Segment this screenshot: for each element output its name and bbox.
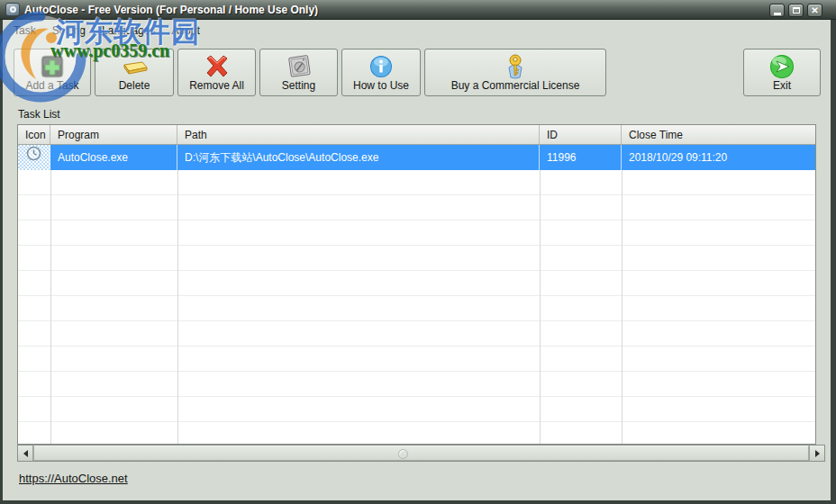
minimize-icon bbox=[774, 13, 781, 15]
menu-item-task[interactable]: Task bbox=[5, 22, 44, 40]
arrow-left-icon bbox=[20, 450, 28, 457]
exit-button[interactable]: Exit bbox=[743, 49, 821, 96]
menu-item-languages[interactable]: Languages bbox=[94, 22, 163, 40]
column-header-id[interactable]: ID bbox=[540, 125, 622, 144]
add-a-task-button[interactable]: Add a Task bbox=[14, 49, 91, 96]
remove-all-button[interactable]: Remove All bbox=[177, 49, 256, 96]
menu-item-about[interactable]: About bbox=[163, 22, 207, 40]
table-header: Icon Program Path ID Close Time bbox=[18, 125, 815, 145]
setting-button[interactable]: Setting bbox=[259, 49, 338, 96]
scrollbar-thumb[interactable] bbox=[33, 446, 809, 461]
task-close-time: 2018/10/29 09:11:20 bbox=[622, 145, 815, 170]
buy-commercial-license-button[interactable]: Buy a Commercial License bbox=[424, 49, 606, 96]
app-window: AutoClose - Free Version (For Personal /… bbox=[0, 0, 836, 504]
how-to-use-button[interactable]: How to Use bbox=[341, 49, 421, 96]
column-gridline bbox=[50, 145, 51, 445]
task-icon-cell bbox=[18, 145, 50, 170]
table-body[interactable]: AutoClose.exe D:\河东下载站\AutoClose\AutoClo… bbox=[18, 145, 815, 445]
task-list-label: Task List bbox=[18, 108, 60, 121]
add-task-icon bbox=[39, 53, 66, 80]
close-button[interactable]: ✕ bbox=[807, 4, 822, 17]
client-area: Task Setting Languages About Add a Task bbox=[3, 20, 831, 500]
app-icon-lens bbox=[10, 6, 16, 13]
column-header-close-time[interactable]: Close Time bbox=[622, 125, 815, 144]
button-label: Remove All bbox=[189, 80, 244, 92]
button-label: Setting bbox=[282, 80, 315, 92]
buy-license-icon bbox=[502, 53, 529, 80]
minimize-button[interactable] bbox=[769, 4, 785, 17]
maximize-button[interactable] bbox=[788, 4, 804, 17]
close-icon: ✕ bbox=[811, 6, 818, 15]
scroll-right-button[interactable] bbox=[809, 446, 824, 461]
column-gridline bbox=[622, 145, 622, 445]
menu-item-setting[interactable]: Setting bbox=[44, 22, 94, 40]
task-path: D:\河东下载站\AutoClose\AutoClose.exe bbox=[177, 145, 540, 170]
table-row[interactable]: AutoClose.exe D:\河东下载站\AutoClose\AutoClo… bbox=[18, 145, 815, 170]
clock-icon bbox=[26, 145, 41, 170]
window-controls: ✕ bbox=[769, 4, 822, 17]
button-label: How to Use bbox=[353, 80, 409, 92]
titlebar: AutoClose - Free Version (For Personal /… bbox=[0, 0, 836, 20]
toolbar: Add a Task Delete bbox=[14, 49, 821, 96]
scroll-left-button[interactable] bbox=[18, 446, 33, 461]
remove-all-icon bbox=[204, 53, 231, 80]
column-gridline bbox=[540, 145, 541, 445]
arrow-right-icon bbox=[815, 450, 823, 457]
column-header-program[interactable]: Program bbox=[50, 125, 177, 144]
button-label: Delete bbox=[119, 80, 150, 92]
button-label: Add a Task bbox=[25, 80, 78, 92]
maximize-icon bbox=[793, 7, 800, 14]
button-label: Buy a Commercial License bbox=[451, 80, 580, 92]
exit-icon bbox=[768, 53, 795, 80]
app-icon bbox=[5, 3, 20, 16]
delete-icon bbox=[118, 53, 150, 80]
setting-icon bbox=[286, 53, 313, 80]
window-title: AutoClose - Free Version (For Personal /… bbox=[24, 4, 318, 16]
menubar: Task Setting Languages About bbox=[3, 20, 831, 40]
autoclose-website-link[interactable]: https://AutoClose.net bbox=[19, 472, 128, 485]
how-to-use-icon bbox=[368, 53, 394, 80]
column-header-icon[interactable]: Icon bbox=[18, 125, 50, 144]
column-gridline bbox=[177, 145, 178, 445]
task-program: AutoClose.exe bbox=[50, 145, 177, 170]
column-header-path[interactable]: Path bbox=[177, 125, 540, 144]
delete-button[interactable]: Delete bbox=[95, 49, 174, 96]
task-id: 11996 bbox=[540, 145, 622, 170]
horizontal-scrollbar[interactable] bbox=[17, 445, 825, 462]
task-table: Icon Program Path ID Close Time bbox=[17, 124, 816, 445]
button-label: Exit bbox=[773, 80, 791, 92]
